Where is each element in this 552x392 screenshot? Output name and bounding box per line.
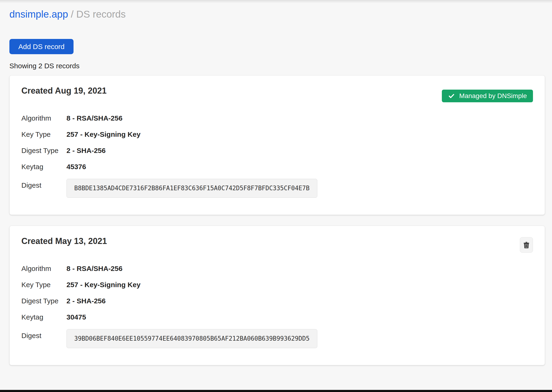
field-label: Digest Type xyxy=(21,297,66,305)
breadcrumb-separator: / xyxy=(68,9,76,20)
field-row-digest-type: Digest Type 2 - SHA-256 xyxy=(21,146,533,154)
field-row-keytag: Keytag 30475 xyxy=(21,313,533,321)
field-row-keytag: Keytag 45376 xyxy=(21,163,533,171)
managed-by-dnsimple-badge: Managed by DNSimple xyxy=(442,90,533,102)
field-row-digest: Digest B8BDE1385AD4CDE7316F2B86FA1EF83C6… xyxy=(21,179,533,198)
field-row-digest: Digest 39BD06BEF840E6EE10559774EE6408397… xyxy=(21,329,533,348)
check-icon xyxy=(448,92,455,99)
breadcrumb-separator-glyph: / xyxy=(71,9,74,20)
field-label: Key Type xyxy=(21,130,66,138)
badge-label: Managed by DNSimple xyxy=(459,92,527,100)
field-label: Algorithm xyxy=(21,264,66,273)
card-header: Created Aug 19, 2021 Managed by DNSimple xyxy=(21,86,533,102)
field-value: 257 - Key-Signing Key xyxy=(66,130,140,138)
records-count-text: Showing 2 DS records xyxy=(9,62,545,70)
field-row-digest-type: Digest Type 2 - SHA-256 xyxy=(21,297,533,305)
breadcrumb-domain-link[interactable]: dnsimple.app xyxy=(9,9,68,20)
main-content: dnsimple.app / DS records Add DS record … xyxy=(0,0,552,365)
digest-value-box[interactable]: 39BD06BEF840E6EE10559774EE64083970805B65… xyxy=(66,329,317,348)
field-row-key-type: Key Type 257 - Key-Signing Key xyxy=(21,280,533,289)
field-value: 257 - Key-Signing Key xyxy=(66,280,140,289)
field-row-key-type: Key Type 257 - Key-Signing Key xyxy=(21,130,533,138)
field-label: Algorithm xyxy=(21,114,66,122)
trash-icon xyxy=(523,241,530,249)
record-fields: Algorithm 8 - RSA/SHA-256 Key Type 257 -… xyxy=(21,114,533,198)
field-value: 8 - RSA/SHA-256 xyxy=(66,264,122,273)
field-label: Keytag xyxy=(21,163,66,171)
field-label: Key Type xyxy=(21,280,66,289)
breadcrumb-section: DS records xyxy=(76,9,126,20)
field-row-algorithm: Algorithm 8 - RSA/SHA-256 xyxy=(21,264,533,273)
field-label: Keytag xyxy=(21,313,66,321)
card-header: Created May 13, 2021 xyxy=(21,236,533,253)
field-value: 30475 xyxy=(66,313,86,321)
window-bottom-edge xyxy=(0,390,552,392)
field-value: 2 - SHA-256 xyxy=(66,146,106,154)
field-label: Digest xyxy=(21,329,66,340)
field-row-algorithm: Algorithm 8 - RSA/SHA-256 xyxy=(21,114,533,122)
record-created-title: Created Aug 19, 2021 xyxy=(21,86,107,96)
field-label: Digest Type xyxy=(21,146,66,154)
record-created-title: Created May 13, 2021 xyxy=(21,236,107,246)
ds-record-card: Created May 13, 2021 Algorithm 8 - RSA/S… xyxy=(9,226,545,365)
field-value: 45376 xyxy=(66,163,86,171)
field-value: 8 - RSA/SHA-256 xyxy=(66,114,122,122)
delete-record-button[interactable] xyxy=(520,237,533,253)
ds-record-card: Created Aug 19, 2021 Managed by DNSimple… xyxy=(9,75,545,215)
add-ds-record-button[interactable]: Add DS record xyxy=(9,39,73,54)
field-value: 2 - SHA-256 xyxy=(66,297,106,305)
field-label: Digest xyxy=(21,179,66,189)
digest-value-box[interactable]: B8BDE1385AD4CDE7316F2B86FA1EF83C636F15A0… xyxy=(66,179,317,198)
breadcrumb: dnsimple.app / DS records xyxy=(9,8,545,20)
record-fields: Algorithm 8 - RSA/SHA-256 Key Type 257 -… xyxy=(21,264,533,348)
